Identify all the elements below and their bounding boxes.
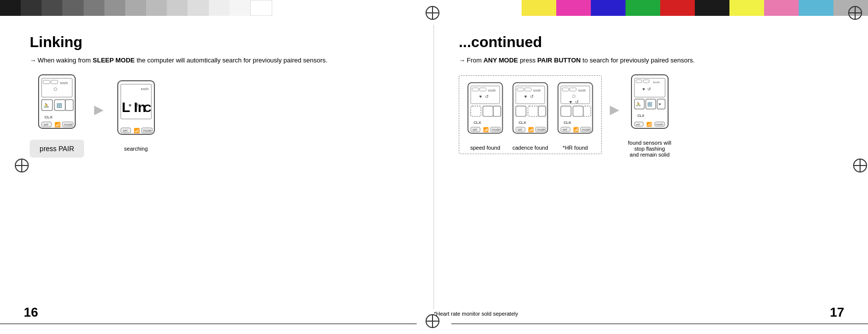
device-final-svg: km/h ♥ ↺ 🚴 🔢 ♥ CLX set 📶 bbox=[627, 72, 672, 137]
svg-text:♥: ♥ bbox=[479, 94, 482, 99]
svg-text:CLX: CLX bbox=[637, 114, 644, 117]
svg-text:set: set bbox=[636, 123, 640, 126]
device-unit-1: km/h 🚴 🔢 CLX set bbox=[30, 72, 84, 158]
svg-text:set: set bbox=[123, 129, 127, 132]
swatch bbox=[0, 0, 21, 16]
swatch bbox=[695, 0, 729, 16]
svg-text:C: C bbox=[144, 102, 151, 114]
right-devices-row: km/h ♥ ↺ CLX set 📶 mode bbox=[459, 72, 848, 158]
svg-text:mode: mode bbox=[143, 129, 152, 132]
svg-text:set: set bbox=[44, 123, 48, 126]
svg-text:📶: 📶 bbox=[134, 127, 140, 134]
swatch bbox=[167, 0, 188, 16]
device-hr-svg: km/h ♥ ↺ CLK set 📶 mode bbox=[554, 80, 596, 142]
svg-text:🚴: 🚴 bbox=[44, 103, 49, 109]
svg-text:set: set bbox=[518, 128, 522, 131]
continued-section: ...continued From ANY MODE press PAIR BU… bbox=[434, 25, 868, 309]
cadence-found-label: cadence found bbox=[512, 145, 548, 151]
svg-text:set: set bbox=[473, 128, 477, 131]
swatch bbox=[42, 0, 62, 16]
swatch bbox=[556, 0, 591, 16]
svg-text:L In: L In bbox=[122, 100, 146, 115]
press-pair-label: press PAIR bbox=[30, 140, 84, 158]
svg-text:🔢: 🔢 bbox=[647, 102, 652, 107]
arrow-2: ► bbox=[607, 101, 623, 119]
svg-text:km/h: km/h bbox=[653, 81, 660, 84]
swatch bbox=[626, 0, 660, 16]
svg-text:🚴: 🚴 bbox=[636, 102, 641, 107]
device-unit-2: km/h ♥ ↺ L In C set 📶 mode searching bbox=[114, 78, 158, 152]
page-number-right: 17 bbox=[830, 305, 844, 320]
swatch bbox=[125, 0, 146, 16]
svg-text:📶: 📶 bbox=[54, 121, 61, 128]
swatch bbox=[764, 0, 799, 16]
arrow-1: ► bbox=[91, 101, 107, 119]
svg-text:↺: ↺ bbox=[575, 99, 579, 105]
color-bar-left bbox=[0, 0, 272, 16]
svg-text:km/h: km/h bbox=[60, 81, 68, 85]
svg-text:📶: 📶 bbox=[528, 127, 534, 133]
swatch bbox=[146, 0, 167, 16]
device-hr: km/h ♥ ↺ CLK set 📶 mode bbox=[554, 80, 596, 151]
swatch bbox=[799, 0, 833, 16]
svg-text:♥: ♥ bbox=[642, 87, 645, 92]
svg-text:set: set bbox=[563, 128, 567, 131]
swatch bbox=[209, 0, 230, 16]
svg-text:🔢: 🔢 bbox=[56, 103, 62, 109]
device-cadence: km/h ♥ ↺ CLX set 📶 mode bbox=[509, 80, 551, 151]
continued-title: ...continued bbox=[459, 34, 848, 51]
footnote: *Heart rate monitor sold seperately bbox=[434, 311, 518, 317]
color-bar-right bbox=[522, 0, 868, 16]
device-2-label: searching bbox=[124, 146, 148, 152]
final-device-label: found sensors will stop flashing and rem… bbox=[628, 140, 671, 158]
swatch bbox=[729, 0, 764, 16]
hr-found-label: *HR found bbox=[563, 145, 588, 151]
linking-devices-row: km/h 🚴 🔢 CLX set bbox=[30, 72, 414, 158]
linking-section: Linking When waking from SLEEP MODE the … bbox=[0, 25, 434, 309]
linking-title: Linking bbox=[30, 34, 414, 51]
svg-text:↺: ↺ bbox=[647, 87, 651, 92]
svg-text:mode: mode bbox=[537, 128, 545, 131]
svg-text:📶: 📶 bbox=[573, 127, 579, 133]
svg-text:CLX: CLX bbox=[45, 115, 53, 119]
swatch bbox=[84, 0, 104, 16]
dotted-devices-box: km/h ♥ ↺ CLX set 📶 mode bbox=[459, 75, 602, 154]
svg-text:mode: mode bbox=[656, 123, 664, 126]
svg-text:mode: mode bbox=[582, 128, 590, 131]
svg-text:♥: ♥ bbox=[569, 99, 572, 105]
svg-text:♥: ♥ bbox=[659, 102, 661, 107]
swatch bbox=[522, 0, 556, 16]
swatch bbox=[188, 0, 208, 16]
svg-text:km/h: km/h bbox=[141, 87, 148, 91]
divider-right bbox=[451, 324, 868, 324]
swatch bbox=[62, 0, 83, 16]
swatch bbox=[230, 0, 250, 16]
divider-left bbox=[0, 324, 417, 324]
swatch bbox=[250, 0, 272, 16]
svg-text:♥: ♥ bbox=[524, 94, 527, 99]
device-svg-2: km/h ♥ ↺ L In C set 📶 mode bbox=[114, 78, 158, 143]
svg-text:↺: ↺ bbox=[530, 94, 534, 99]
main-content: Linking When waking from SLEEP MODE the … bbox=[0, 25, 868, 309]
svg-text:km/h: km/h bbox=[488, 89, 496, 92]
svg-text:📶: 📶 bbox=[483, 127, 489, 133]
svg-text:CLX: CLX bbox=[519, 120, 526, 125]
swatch bbox=[591, 0, 626, 16]
continued-bullet: From ANY MODE press PAIR BUTTON to searc… bbox=[459, 56, 848, 65]
svg-text:CLX: CLX bbox=[474, 120, 481, 125]
svg-text:mode: mode bbox=[492, 128, 500, 131]
svg-text:📶: 📶 bbox=[646, 121, 652, 127]
svg-text:CLK: CLK bbox=[564, 120, 572, 125]
speed-found-label: speed found bbox=[470, 145, 500, 151]
svg-text:km/h: km/h bbox=[579, 89, 586, 92]
swatch bbox=[660, 0, 695, 16]
device-speed: km/h ♥ ↺ CLX set 📶 mode bbox=[464, 80, 506, 151]
swatch bbox=[104, 0, 125, 16]
swatch bbox=[21, 0, 42, 16]
page-number-left: 16 bbox=[24, 305, 38, 320]
svg-text:km/h: km/h bbox=[533, 89, 541, 92]
svg-text:mode: mode bbox=[64, 123, 73, 126]
device-cadence-svg: km/h ♥ ↺ CLX set 📶 mode bbox=[509, 80, 551, 142]
linking-bullet: When waking from SLEEP MODE the computer… bbox=[30, 56, 414, 65]
svg-text:↺: ↺ bbox=[485, 94, 489, 99]
